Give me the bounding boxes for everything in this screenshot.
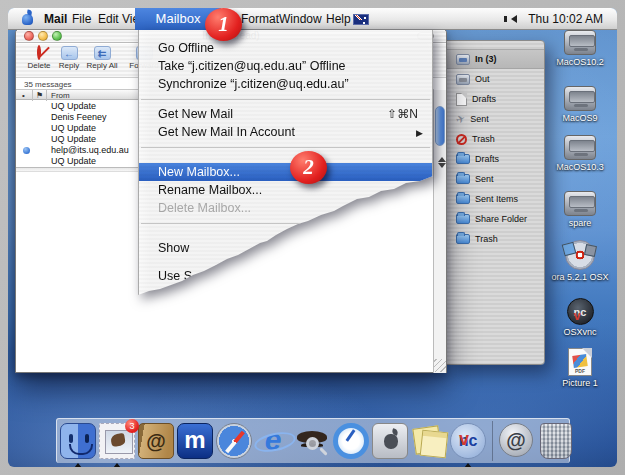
pdf-text: PDF bbox=[569, 368, 591, 374]
mailbox-item-trash[interactable]: Trash bbox=[446, 129, 544, 149]
mailbox-item-sent-items[interactable]: Sent Items bbox=[446, 189, 544, 209]
volume-icon[interactable] bbox=[507, 15, 517, 23]
internet-explorer-icon: e bbox=[255, 423, 291, 459]
menu-item-label: Use S bbox=[158, 269, 192, 283]
mailbox-item-sent[interactable]: ✈ Sent bbox=[446, 109, 544, 129]
quicktime-icon bbox=[333, 423, 369, 459]
mozilla-icon: m bbox=[177, 423, 213, 459]
trash-icon bbox=[540, 423, 572, 459]
menu-edit[interactable]: Edit bbox=[98, 8, 119, 30]
unread-count-badge: 3 bbox=[125, 419, 139, 433]
dock-item-safari[interactable] bbox=[216, 423, 252, 459]
menu-file[interactable]: File bbox=[72, 8, 91, 30]
menu-item-use-torn[interactable]: Use S bbox=[139, 267, 432, 285]
menu-format[interactable]: Format bbox=[241, 8, 279, 30]
menu-item-show[interactable]: Show bbox=[139, 239, 432, 257]
dock-item-stickies[interactable] bbox=[411, 423, 447, 459]
dock-item-system-preferences[interactable] bbox=[372, 423, 408, 459]
menu-bar: Mail File Edit Vie Mailbox Format Window… bbox=[8, 8, 617, 30]
mailbox-label: Drafts bbox=[472, 94, 496, 104]
mailbox-item-drafts[interactable]: Drafts bbox=[446, 89, 544, 109]
flag-column-header[interactable]: ⚑ bbox=[36, 91, 43, 100]
desktop-icon-label: Picture 1 bbox=[547, 378, 613, 388]
folder-icon bbox=[456, 234, 470, 244]
menu-item-go-offline[interactable]: Go Offline bbox=[139, 39, 432, 57]
sender: UQ Update bbox=[51, 101, 96, 111]
menu-mail[interactable]: Mail bbox=[44, 8, 67, 30]
dock-item-trash[interactable] bbox=[538, 423, 574, 459]
menu-item-rename-mailbox[interactable]: Rename Mailbox... bbox=[139, 181, 432, 199]
mailbox-item-out[interactable]: Out bbox=[446, 69, 544, 89]
mailbox-item-sent-imap[interactable]: Sent bbox=[446, 169, 544, 189]
mailbox-item-in[interactable]: In (3) bbox=[446, 49, 544, 69]
sender: Denis Feeney bbox=[51, 112, 107, 122]
installer-cd-icon bbox=[565, 240, 595, 270]
sender: UQ Update bbox=[51, 134, 96, 144]
apple-menu[interactable] bbox=[21, 8, 35, 30]
message-count: 35 messages bbox=[24, 80, 72, 89]
reply-all-button[interactable]: ⇇ Reply All bbox=[82, 46, 122, 70]
dock-item-address-book[interactable]: @ bbox=[138, 423, 174, 459]
menu-separator bbox=[141, 147, 430, 148]
dock-item-eudora[interactable]: @ bbox=[499, 423, 535, 459]
sherlock-hat-icon bbox=[294, 423, 330, 459]
desktop-icon-osxvnc[interactable]: vnc OSXvnc bbox=[547, 298, 613, 337]
menu-item-get-new-mail-in-account[interactable]: Get New Mail In Account▶ bbox=[139, 123, 432, 141]
shortcut-label: ⇧⌘N bbox=[387, 105, 418, 123]
desktop-icon-eudora[interactable]: ora 5.2.1 OSX bbox=[547, 240, 613, 282]
dock-item-quicktime[interactable] bbox=[333, 423, 369, 459]
prohibit-icon bbox=[456, 134, 467, 145]
mailbox-menu: Go Offline Take “j.citizen@uq.edu.au” Of… bbox=[138, 30, 433, 302]
read-column-header[interactable]: • bbox=[22, 91, 25, 100]
column-divider[interactable] bbox=[46, 90, 47, 101]
menu-item-label: Get New Mail bbox=[158, 107, 233, 121]
menu-bar-clock[interactable]: Thu 10:02 AM bbox=[528, 8, 603, 30]
menu-item-get-new-mail[interactable]: Get New Mail⇧⌘N bbox=[139, 105, 432, 123]
from-column-header[interactable]: From bbox=[51, 91, 70, 100]
delete-button[interactable]: Delete bbox=[22, 46, 56, 70]
column-divider[interactable] bbox=[32, 90, 33, 101]
dock-item-vnc[interactable]: vnc bbox=[450, 423, 486, 459]
desktop-icon-macos102[interactable]: MacOS10.2 bbox=[547, 30, 613, 67]
mailbox-label: Trash bbox=[472, 134, 495, 144]
hard-drive-icon bbox=[564, 135, 596, 160]
menu-help[interactable]: Help bbox=[326, 8, 351, 30]
scrollbar-arrows[interactable] bbox=[436, 150, 445, 172]
reply-icon: ← bbox=[61, 46, 78, 60]
dock-item-finder[interactable] bbox=[60, 423, 96, 459]
dock-item-internet-explorer[interactable]: e bbox=[255, 423, 291, 459]
desktop-icon-macos9[interactable]: MacOS9 bbox=[547, 86, 613, 123]
menu-item-new-mailbox[interactable]: New Mailbox... bbox=[139, 163, 432, 181]
mailbox-item-drafts-imap[interactable]: Drafts bbox=[446, 149, 544, 169]
apple-icon bbox=[22, 14, 33, 25]
keyboard-layout-flag-icon[interactable] bbox=[353, 14, 369, 25]
running-indicator bbox=[74, 459, 82, 467]
reply-button[interactable]: ← Reply bbox=[56, 46, 82, 70]
menu-item-label: Take “j.citizen@uq.edu.au” Offline bbox=[158, 59, 346, 73]
finder-icon bbox=[60, 423, 96, 459]
dock-item-sherlock[interactable] bbox=[294, 423, 330, 459]
mailbox-item-share-folder[interactable]: Share Folder bbox=[446, 209, 544, 229]
submenu-arrow-icon: ▶ bbox=[416, 124, 423, 142]
menu-window[interactable]: Window bbox=[279, 8, 322, 30]
menu-item-label: Show bbox=[158, 241, 189, 255]
dock-item-mail[interactable]: 3 bbox=[99, 423, 135, 459]
sender: UQ Update bbox=[51, 156, 96, 166]
folder-icon bbox=[456, 154, 470, 164]
menu-item-take-offline[interactable]: Take “j.citizen@uq.edu.au” Offline bbox=[139, 57, 432, 75]
menu-item-synchronize[interactable]: Synchronize “j.citizen@uq.edu.au” bbox=[139, 75, 432, 93]
menu-item-delete-mailbox: Delete Mailbox... bbox=[139, 199, 432, 217]
menu-separator bbox=[141, 99, 430, 100]
desktop-icon-macos103[interactable]: MacOS10.3 bbox=[547, 135, 613, 172]
mailbox-item-trash-imap[interactable]: Trash bbox=[446, 229, 544, 249]
desktop-icon-spare[interactable]: spare bbox=[547, 191, 613, 228]
dock-item-mozilla[interactable]: m bbox=[177, 423, 213, 459]
reply-all-icon: ⇇ bbox=[94, 46, 111, 60]
resize-grip[interactable] bbox=[433, 359, 446, 372]
menu-item-label: Delete Mailbox... bbox=[158, 201, 251, 215]
vnc-icon: vnc bbox=[450, 423, 486, 459]
desktop-icon-picture1[interactable]: PDF Picture 1 bbox=[547, 348, 613, 388]
vertical-scrollbar[interactable] bbox=[433, 90, 446, 373]
scrollbar-thumb[interactable] bbox=[435, 106, 445, 146]
desktop-icon-label: ora 5.2.1 OSX bbox=[547, 272, 613, 282]
